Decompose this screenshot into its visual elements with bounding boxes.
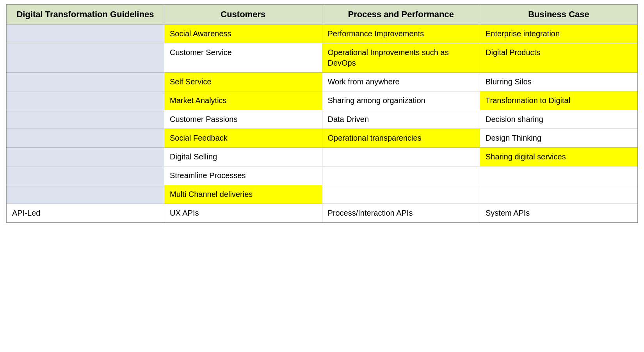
row-col2: Self Service [164, 72, 322, 91]
row-col2: Digital Selling [164, 147, 322, 166]
api-row-col1: API-Led [6, 204, 164, 223]
row-col3: Performance Improvements [322, 24, 480, 43]
row-col3: Operational transparencies [322, 129, 480, 147]
row-col2: Customer Passions [164, 110, 322, 129]
table-row: Digital SellingSharing digital services [6, 147, 638, 166]
table-row: Multi Channel deliveries [6, 185, 638, 204]
main-table-wrapper: Digital Transformation Guidelines Custom… [6, 4, 638, 223]
header-col2: Customers [164, 4, 322, 24]
row-col1 [6, 72, 164, 91]
table-row: Customer PassionsData DrivenDecision sha… [6, 110, 638, 129]
table-row: Streamline Processes [6, 166, 638, 185]
table-row: Market AnalyticsSharing among organizati… [6, 91, 638, 110]
row-col1 [6, 43, 164, 72]
row-col1 [6, 24, 164, 43]
row-col2: Customer Service [164, 43, 322, 72]
header-col4: Business Case [480, 4, 638, 24]
row-col4: Sharing digital services [480, 147, 638, 166]
row-col2: Social Awareness [164, 24, 322, 43]
row-col4: Decision sharing [480, 110, 638, 129]
row-col2: Market Analytics [164, 91, 322, 110]
header-col1: Digital Transformation Guidelines [6, 4, 164, 24]
row-col3: Work from anywhere [322, 72, 480, 91]
row-col4: Blurring Silos [480, 72, 638, 91]
row-col4: Digital Products [480, 43, 638, 72]
row-col3 [322, 147, 480, 166]
table-row: Social FeedbackOperational transparencie… [6, 129, 638, 147]
row-col2: Social Feedback [164, 129, 322, 147]
row-col4: Transformation to Digital [480, 91, 638, 110]
row-col3: Data Driven [322, 110, 480, 129]
row-col1 [6, 185, 164, 204]
row-col4: Design Thinking [480, 129, 638, 147]
table-row: Social AwarenessPerformance Improvements… [6, 24, 638, 43]
row-col2: Streamline Processes [164, 166, 322, 185]
row-col4 [480, 166, 638, 185]
row-col3: Sharing among organization [322, 91, 480, 110]
api-row-col3: Process/Interaction APIs [322, 204, 480, 223]
row-col1 [6, 166, 164, 185]
row-col1 [6, 147, 164, 166]
row-col2: Multi Channel deliveries [164, 185, 322, 204]
row-col3 [322, 185, 480, 204]
digital-transformation-table: Digital Transformation Guidelines Custom… [6, 4, 638, 223]
header-row: Digital Transformation Guidelines Custom… [6, 4, 638, 24]
row-col1 [6, 110, 164, 129]
table-row: Customer ServiceOperational Improvements… [6, 43, 638, 72]
api-row-col4: System APIs [480, 204, 638, 223]
table-row: Self ServiceWork from anywhereBlurring S… [6, 72, 638, 91]
header-col3: Process and Performance [322, 4, 480, 24]
row-col3 [322, 166, 480, 185]
row-col1 [6, 129, 164, 147]
api-row-col2: UX APIs [164, 204, 322, 223]
row-col1 [6, 91, 164, 110]
api-row: API-LedUX APIsProcess/Interaction APIsSy… [6, 204, 638, 223]
row-col3: Operational Improvements such as DevOps [322, 43, 480, 72]
row-col4 [480, 185, 638, 204]
row-col4: Enterprise integration [480, 24, 638, 43]
